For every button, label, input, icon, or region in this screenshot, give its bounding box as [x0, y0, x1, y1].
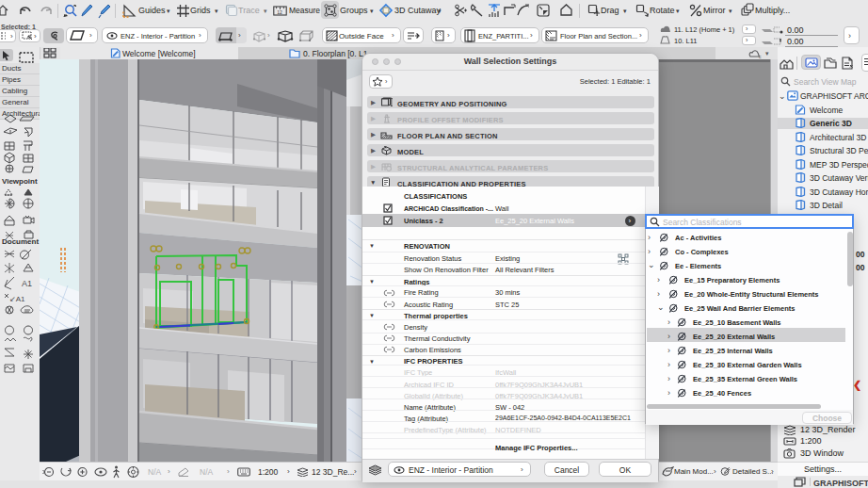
svg-text:↙A1: ↙A1 — [9, 295, 25, 303]
svg-text:12: 12 — [277, 9, 282, 15]
svg-text:A1: A1 — [22, 279, 32, 288]
svg-text:c: c — [759, 54, 762, 59]
